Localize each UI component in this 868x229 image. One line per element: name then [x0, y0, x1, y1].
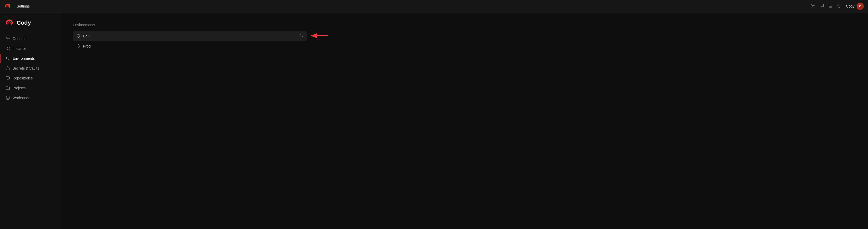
username-label: Cody: [846, 4, 855, 8]
breadcrumb-settings: Settings: [17, 4, 30, 8]
secrets-icon: [6, 66, 10, 70]
svg-point-10: [6, 96, 9, 97]
sidebar-item-secrets[interactable]: Secrets & Vaults: [0, 64, 62, 73]
brand-logo-icon: [5, 19, 13, 27]
prod-env-name: Prod: [83, 44, 300, 48]
section-title: Environments: [73, 23, 858, 27]
sidebar-item-workspaces[interactable]: Workspaces: [0, 93, 62, 102]
svg-rect-4: [6, 49, 7, 50]
sidebar-label-environments: Environments: [12, 56, 35, 61]
sidebar-item-repositories[interactable]: Repositories: [0, 74, 62, 83]
topbar-left: › Settings: [4, 3, 810, 10]
workspaces-icon: [6, 96, 10, 100]
sidebar-label-instance: Instance: [12, 46, 26, 51]
breadcrumb-chevron: ›: [13, 4, 14, 8]
moon-icon[interactable]: [837, 3, 842, 9]
sidebar-label-projects: Projects: [12, 86, 26, 90]
avatar: C: [857, 3, 864, 10]
environment-row-prod[interactable]: Prod: [73, 41, 307, 51]
content-area: Environments Dev: [62, 12, 868, 229]
arrow-annotation: [307, 29, 330, 42]
svg-rect-5: [8, 49, 9, 50]
projects-icon: [6, 86, 10, 90]
topbar-logo-icon: [4, 3, 11, 10]
sidebar-item-general[interactable]: General: [0, 34, 62, 43]
sidebar-label-repositories: Repositories: [12, 76, 33, 80]
sidebar-label-general: General: [12, 37, 26, 41]
instance-icon: [6, 46, 10, 51]
book-icon[interactable]: [828, 3, 833, 9]
sidebar-item-environments[interactable]: Environments: [0, 54, 62, 63]
dev-shield-icon: [76, 34, 80, 38]
chat-icon[interactable]: [819, 3, 824, 9]
environments-list: Dev: [73, 31, 307, 51]
sidebar-item-instance[interactable]: Instance: [0, 44, 62, 53]
brand-name: Cody: [17, 20, 31, 26]
sidebar: Cody General Instance Environments: [0, 12, 62, 229]
sidebar-label-secrets: Secrets & Vaults: [12, 66, 39, 70]
sidebar-label-workspaces: Workspaces: [12, 96, 32, 100]
svg-rect-3: [8, 47, 9, 48]
svg-rect-7: [6, 77, 9, 79]
environments-icon: [6, 56, 10, 61]
dev-env-name: Dev: [83, 34, 300, 38]
svg-rect-2: [6, 47, 7, 48]
main-area: Cody General Instance Environments: [0, 12, 868, 229]
prod-shield-icon: [76, 44, 80, 48]
user-menu[interactable]: Cody C: [846, 3, 864, 10]
environment-row-dev[interactable]: Dev: [73, 31, 307, 41]
repositories-icon: [6, 76, 10, 80]
sidebar-item-projects[interactable]: Projects: [0, 84, 62, 92]
topbar: › Settings Cody C: [0, 0, 868, 12]
svg-point-0: [812, 5, 814, 6]
settings-icon[interactable]: [810, 3, 815, 9]
general-icon: [6, 37, 10, 41]
sidebar-brand: Cody: [0, 19, 62, 33]
topbar-right: Cody C: [810, 3, 864, 10]
svg-point-1: [7, 38, 8, 39]
svg-rect-6: [6, 68, 9, 70]
dev-edit-icon[interactable]: [300, 34, 303, 38]
